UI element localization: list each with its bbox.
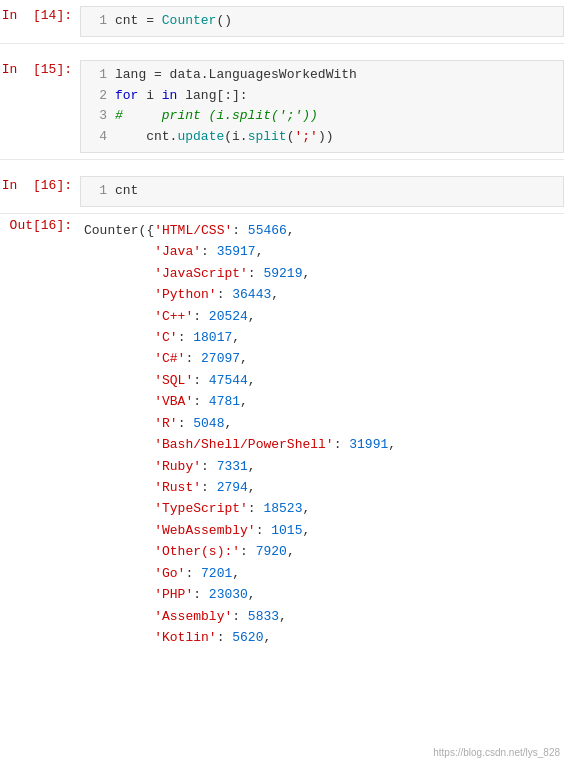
cell-16-output: Out[16]: Counter({'HTML/CSS': 55466, 'Ja…: [0, 214, 564, 655]
cell-14: In [14]: 1 cnt = Counter(): [0, 0, 564, 44]
cell-14-content[interactable]: 1 cnt = Counter(): [80, 6, 564, 37]
cell-16-out-label: Out[16]:: [0, 216, 80, 653]
output-text: Counter({'HTML/CSS': 55466, 'Java': 3591…: [84, 220, 564, 649]
code-text: cnt: [115, 181, 138, 202]
code-line: 2 for i in lang[:]:: [87, 86, 557, 107]
code-text: # print (i.split(';')): [115, 106, 318, 127]
code-text: cnt.update(i.split(';')): [115, 127, 333, 148]
line-number: 2: [87, 86, 107, 107]
line-number: 3: [87, 106, 107, 127]
code-line: 1 cnt: [87, 181, 557, 202]
cell-16-in-content[interactable]: 1 cnt: [80, 176, 564, 207]
code-line: 1 cnt = Counter(): [87, 11, 557, 32]
cell-14-label: In [14]:: [0, 6, 80, 37]
code-line: 3 # print (i.split(';')): [87, 106, 557, 127]
watermark: https://blog.csdn.net/lys_828: [433, 747, 560, 758]
cell-15-label: In [15]:: [0, 60, 80, 153]
code-text: for i in lang[:]:: [115, 86, 248, 107]
line-number: 1: [87, 65, 107, 86]
code-text: lang = data.LanguagesWorkedWith: [115, 65, 357, 86]
cell-16-out-content: Counter({'HTML/CSS': 55466, 'Java': 3591…: [80, 216, 564, 653]
cell-16-in-label: In [16]:: [0, 176, 80, 207]
line-number: 4: [87, 127, 107, 148]
code-line: 4 cnt.update(i.split(';')): [87, 127, 557, 148]
cell-16-input: In [16]: 1 cnt: [0, 170, 564, 214]
line-number: 1: [87, 181, 107, 202]
cell-15-content[interactable]: 1 lang = data.LanguagesWorkedWith 2 for …: [80, 60, 564, 153]
code-text: cnt = Counter(): [115, 11, 232, 32]
code-line: 1 lang = data.LanguagesWorkedWith: [87, 65, 557, 86]
line-number: 1: [87, 11, 107, 32]
notebook: In [14]: 1 cnt = Counter() In [15]: 1 la…: [0, 0, 564, 762]
cell-15: In [15]: 1 lang = data.LanguagesWorkedWi…: [0, 54, 564, 160]
